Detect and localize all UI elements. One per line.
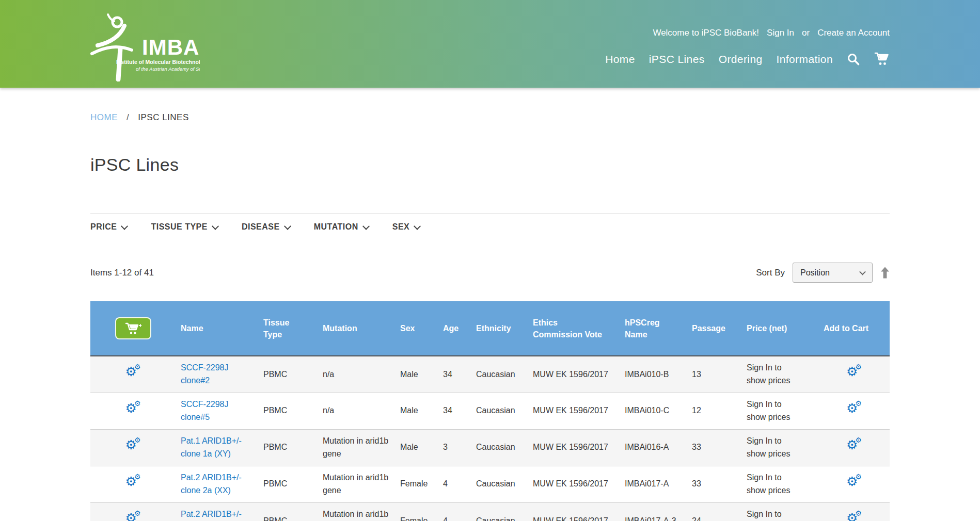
cell-name: Pat.2 ARID1B+/- clone 2a (XX)	[176, 466, 258, 502]
filter-sex-label: SEX	[392, 222, 410, 232]
header-cell-ethics: Ethics Commission Vote	[528, 301, 620, 356]
cell-ethics-vote: MUW EK 1596/2017	[528, 466, 620, 502]
cell-tissue-type: PBMC	[258, 356, 318, 393]
cell-ethics-vote: MUW EK 1596/2017	[528, 502, 620, 521]
cell-hpscreg-name: IMBAi017-A	[620, 466, 687, 502]
cell-ethics-vote: MUW EK 1596/2017	[528, 393, 620, 429]
cell-mutation: n/a	[318, 356, 395, 393]
nav-item-home[interactable]: Home	[605, 53, 635, 66]
nav-item-information[interactable]: Information	[777, 53, 833, 66]
add-selected-to-cart-button[interactable]	[115, 317, 151, 339]
cell-configure: ⚙⚙	[90, 466, 176, 502]
price-cell-text: Sign In to show prices	[747, 435, 797, 461]
arrow-up-icon	[880, 267, 890, 279]
cell-age: 4	[438, 466, 471, 502]
page-title: iPSC Lines	[90, 155, 890, 175]
configure-cogs-icon[interactable]: ⚙⚙	[125, 402, 141, 416]
cell-name: SCCF-2298J clone#5	[176, 393, 258, 429]
line-name-link[interactable]: Pat.2 ARID1B+/- clone 2b (XX)	[181, 510, 242, 521]
line-name-link[interactable]: Pat.2 ARID1B+/- clone 2a (XX)	[181, 473, 242, 495]
cell-price: Sign In to show prices	[741, 356, 818, 393]
cart-plus-icon	[125, 322, 141, 335]
add-to-cart-cogs-icon[interactable]: ⚙⚙	[846, 475, 862, 490]
logo-subtitle-text: Institute of Molecular Biotechnology	[116, 59, 200, 65]
cell-passage: 33	[687, 429, 741, 466]
sign-in-link[interactable]: Sign In	[767, 28, 794, 38]
breadcrumb-home-link[interactable]: HOME	[90, 112, 118, 123]
or-text: or	[802, 28, 810, 38]
add-to-cart-cogs-icon[interactable]: ⚙⚙	[846, 512, 862, 521]
line-name-link[interactable]: SCCF-2298J clone#2	[181, 363, 228, 385]
filter-mutation-label: MUTATION	[314, 222, 358, 232]
cell-age: 34	[438, 393, 471, 429]
breadcrumb-separator: /	[127, 112, 129, 123]
chevron-down-icon	[859, 269, 866, 275]
price-cell-text: Sign In to show prices	[747, 508, 797, 521]
imba-logo[interactable]: IMBA Institute of Molecular Biotechnolog…	[90, 12, 200, 82]
cell-tissue-type: PBMC	[258, 429, 318, 466]
cell-add-to-cart: ⚙⚙	[818, 393, 890, 429]
filter-disease[interactable]: DISEASE	[242, 222, 290, 232]
cell-tissue-type: PBMC	[258, 393, 318, 429]
main-nav: Home iPSC Lines Ordering Information	[605, 52, 890, 67]
search-icon[interactable]	[847, 53, 860, 66]
cell-add-to-cart: ⚙⚙	[818, 466, 890, 502]
configure-cogs-icon[interactable]: ⚙⚙	[125, 512, 141, 521]
cell-passage: 13	[687, 356, 741, 393]
chevron-down-icon	[414, 223, 421, 230]
sort-direction-button[interactable]	[880, 267, 890, 279]
cell-age: 4	[438, 502, 471, 521]
header-cell-sex: Sex	[395, 301, 438, 356]
cell-ethnicity: Caucasian	[471, 502, 528, 521]
configure-cogs-icon[interactable]: ⚙⚙	[125, 365, 141, 380]
add-to-cart-cogs-icon[interactable]: ⚙⚙	[846, 438, 862, 453]
table-row: ⚙⚙ SCCF-2298J clone#2 PBMC n/a Male 34 C…	[90, 356, 890, 393]
ipsc-lines-table: Name Tissue Type Mutation Sex Age Ethnic…	[90, 301, 890, 521]
cell-sex: Female	[395, 502, 438, 521]
configure-cogs-icon[interactable]: ⚙⚙	[125, 475, 141, 490]
cell-add-to-cart: ⚙⚙	[818, 429, 890, 466]
cell-price: Sign In to show prices	[741, 429, 818, 466]
add-to-cart-cogs-icon[interactable]: ⚙⚙	[846, 365, 862, 380]
filter-sex[interactable]: SEX	[392, 222, 420, 232]
cell-name: SCCF-2298J clone#2	[176, 356, 258, 393]
chevron-down-icon	[121, 223, 128, 230]
header-cell-mutation: Mutation	[318, 301, 395, 356]
add-to-cart-cogs-icon[interactable]: ⚙⚙	[846, 402, 862, 416]
breadcrumb: HOME / IPSC LINES	[90, 112, 890, 123]
cell-passage: 12	[687, 393, 741, 429]
filter-tissue-type[interactable]: TISSUE TYPE	[151, 222, 218, 232]
chevron-down-icon	[284, 223, 291, 230]
filter-mutation[interactable]: MUTATION	[314, 222, 369, 232]
cell-hpscreg-name: IMBAi017-A-3	[620, 502, 687, 521]
cell-configure: ⚙⚙	[90, 356, 176, 393]
line-name-link[interactable]: SCCF-2298J clone#5	[181, 400, 228, 421]
items-count: Items 1-12 of 41	[90, 268, 154, 278]
nav-item-ipsc-lines[interactable]: iPSC Lines	[649, 53, 705, 66]
nav-item-ordering[interactable]: Ordering	[719, 53, 763, 66]
cell-price: Sign In to show prices	[741, 393, 818, 429]
cell-sex: Male	[395, 393, 438, 429]
cell-ethics-vote: MUW EK 1596/2017	[528, 356, 620, 393]
header-cell-age: Age	[438, 301, 471, 356]
line-name-link[interactable]: Pat.1 ARID1B+/- clone 1a (XY)	[181, 436, 242, 458]
cell-configure: ⚙⚙	[90, 502, 176, 521]
header-cell-tissue-type: Tissue Type	[258, 301, 318, 356]
configure-cogs-icon[interactable]: ⚙⚙	[125, 438, 141, 453]
cell-ethnicity: Caucasian	[471, 429, 528, 466]
cart-icon[interactable]	[874, 52, 890, 67]
header-cell-multiselect	[90, 301, 176, 356]
header-cell-price: Price (net)	[741, 301, 818, 356]
create-account-link[interactable]: Create an Account	[817, 28, 890, 38]
cell-mutation: Mutation in arid1b gene	[318, 502, 395, 521]
logo-brand-text: IMBA	[142, 35, 199, 59]
filter-price[interactable]: PRICE	[90, 222, 127, 232]
cell-add-to-cart: ⚙⚙	[818, 502, 890, 521]
table-body: ⚙⚙ SCCF-2298J clone#2 PBMC n/a Male 34 C…	[90, 356, 890, 521]
filters-bar: PRICE TISSUE TYPE DISEASE MUTATION SEX	[90, 222, 890, 232]
cell-price: Sign In to show prices	[741, 466, 818, 502]
chevron-down-icon	[212, 223, 219, 230]
filter-tissue-type-label: TISSUE TYPE	[151, 222, 208, 232]
sort-select[interactable]: Position	[793, 263, 873, 283]
header-cell-name: Name	[176, 301, 258, 356]
